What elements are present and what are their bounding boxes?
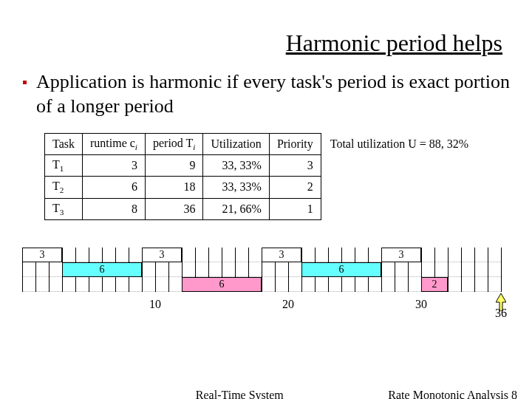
axis-label: 36 [495,307,507,320]
total-utilization: Total utilization U = 88, 32% [330,133,468,151]
gantt-bar: 3 [381,248,421,262]
gantt-bar: 6 [301,262,381,277]
tick [501,248,502,292]
table-row: T3 8 36 21, 66% 1 [45,198,321,219]
page-title: Harmonic period helps [22,30,502,57]
tick [448,248,449,292]
table-header-row: Task runtime ci period Ti Utilization Pr… [45,134,321,155]
footer-left: Real-Time System [196,389,284,399]
bullet-text: Application is harmonic if every task's … [36,70,510,118]
col-util: Utilization [203,134,269,155]
gantt-bar: 3 [262,248,301,262]
gantt-bar: 3 [142,248,182,262]
gantt-bar: 2 [421,277,448,292]
tick [488,248,488,292]
tasks-table: Task runtime ci period Ti Utilization Pr… [44,133,321,220]
col-prio: Priority [269,134,321,155]
table-row: T2 6 18 33, 33% 2 [45,177,321,198]
col-task: Task [45,134,83,155]
footer-right: Rate Monotonic Analysis 8 [388,389,517,399]
bullet-item: ▪ Application is harmonic if every task'… [22,70,510,118]
table-row: T1 3 9 33, 33% 3 [45,155,321,177]
col-period: period Ti [145,134,202,155]
gantt-bar: 3 [22,248,62,262]
axis-label: 10 [149,298,161,311]
tick [474,248,475,292]
axis-label: 20 [282,298,294,311]
gantt-bar: 6 [182,277,262,292]
gantt-chart: 33336662 10203036 [22,248,525,351]
gantt-bar: 6 [62,262,142,277]
axis-label: 30 [415,298,427,311]
tick [461,248,462,292]
col-runtime: runtime ci [82,134,145,155]
bullet-icon: ▪ [22,73,27,91]
